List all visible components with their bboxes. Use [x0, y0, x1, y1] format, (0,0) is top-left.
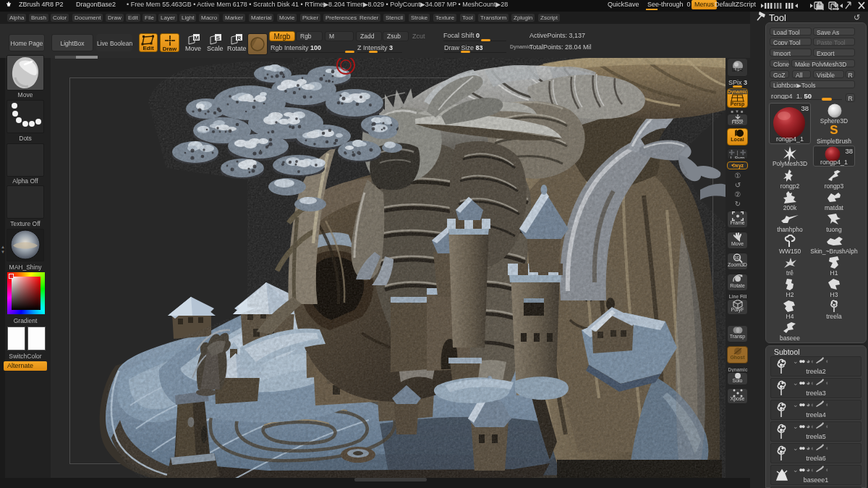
svg-text:R: R: [237, 35, 241, 41]
svg-text:S: S: [216, 35, 220, 41]
svg-text:3D: 3D: [734, 256, 740, 260]
svg-text:M: M: [194, 35, 199, 41]
